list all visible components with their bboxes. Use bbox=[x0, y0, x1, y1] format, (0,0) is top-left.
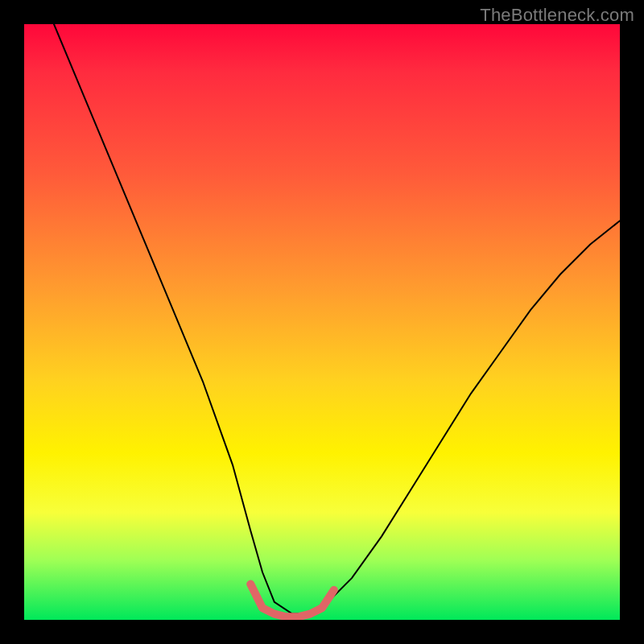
chart-svg bbox=[24, 24, 620, 620]
optimal-range-marker bbox=[250, 584, 334, 617]
watermark-text: TheBottleneck.com bbox=[480, 5, 634, 26]
plot-area bbox=[24, 24, 620, 620]
bottleneck-curve bbox=[54, 24, 620, 614]
chart-frame: TheBottleneck.com bbox=[0, 0, 644, 644]
